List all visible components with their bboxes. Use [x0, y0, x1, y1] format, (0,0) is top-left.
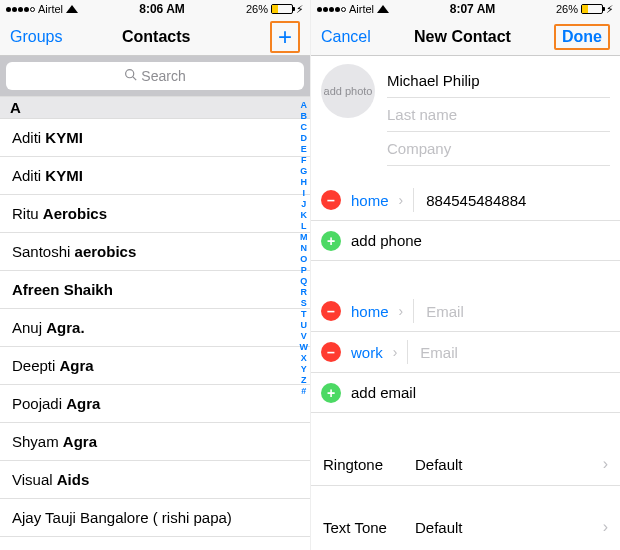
svg-line-1 — [133, 77, 136, 80]
index-letter[interactable]: J — [300, 199, 309, 209]
chevron-right-icon: › — [603, 455, 608, 473]
index-letter[interactable]: G — [300, 166, 309, 176]
phone-section: –home›+add phone — [311, 180, 620, 261]
index-letter[interactable]: A — [300, 100, 309, 110]
texttone-row[interactable]: Text Tone Default › — [311, 506, 620, 548]
index-letter[interactable]: Q — [300, 276, 309, 286]
nav-bar: Cancel New Contact Done — [311, 18, 620, 56]
signal-icon — [6, 7, 35, 12]
add-contact-button[interactable]: + — [250, 21, 300, 53]
contact-row[interactable]: Poojadi Agra — [0, 385, 310, 423]
contact-row[interactable]: Ritu Aerobics — [0, 195, 310, 233]
first-name-field[interactable] — [387, 64, 610, 98]
section-header: A — [0, 96, 310, 119]
remove-icon[interactable]: – — [321, 301, 341, 321]
cancel-button[interactable]: Cancel — [321, 28, 371, 46]
index-letter[interactable]: V — [300, 331, 309, 341]
contacts-list[interactable]: Aditi KYMIAditi KYMIRitu AerobicsSantosh… — [0, 119, 310, 550]
contact-row[interactable]: Santoshi aerobics — [0, 233, 310, 271]
index-letter[interactable]: H — [300, 177, 309, 187]
contacts-screen: Airtel 8:06 AM 26% ⚡︎ Groups Contacts + … — [0, 0, 310, 550]
index-letter[interactable]: # — [300, 386, 309, 396]
index-letter[interactable]: Y — [300, 364, 309, 374]
email-type-button[interactable]: work — [351, 344, 383, 361]
search-input[interactable]: Search — [6, 62, 304, 90]
index-letter[interactable]: P — [300, 265, 309, 275]
contact-row[interactable]: Visual Aids — [0, 461, 310, 499]
add-email-button[interactable]: +add email — [311, 373, 620, 413]
plus-icon: + — [321, 383, 341, 403]
phone-row: –home› — [311, 180, 620, 221]
ringtone-label: Ringtone — [323, 456, 403, 473]
wifi-icon — [377, 5, 389, 13]
last-name-field[interactable] — [387, 98, 610, 132]
index-letter[interactable]: R — [300, 287, 309, 297]
groups-button[interactable]: Groups — [10, 28, 62, 46]
index-letter[interactable]: E — [300, 144, 309, 154]
search-icon — [124, 68, 137, 84]
battery-icon — [581, 4, 603, 14]
chevron-right-icon: › — [603, 518, 608, 536]
phone-type-button[interactable]: home — [351, 192, 389, 209]
index-letter[interactable]: L — [300, 221, 309, 231]
index-letter[interactable]: I — [300, 188, 309, 198]
contact-row[interactable]: Afreen Shaikh — [0, 271, 310, 309]
index-letter[interactable]: U — [300, 320, 309, 330]
email-type-button[interactable]: home — [351, 303, 389, 320]
signal-icon — [317, 7, 346, 12]
contact-row[interactable]: Anuj Agra. — [0, 309, 310, 347]
svg-point-0 — [126, 70, 134, 78]
nav-bar: Groups Contacts + — [0, 18, 310, 56]
index-letter[interactable]: K — [300, 210, 309, 220]
index-letter[interactable]: Z — [300, 375, 309, 385]
add-phone-button[interactable]: +add phone — [311, 221, 620, 261]
battery-percent: 26% — [556, 3, 578, 15]
index-letter[interactable]: X — [300, 353, 309, 363]
index-letter[interactable]: O — [300, 254, 309, 264]
new-contact-screen: Airtel 8:07 AM 26% ⚡︎ Cancel New Contact… — [310, 0, 620, 550]
email-row: –home› — [311, 291, 620, 332]
carrier-label: Airtel — [349, 3, 374, 15]
status-bar: Airtel 8:06 AM 26% ⚡︎ — [0, 0, 310, 18]
email-row: –work› — [311, 332, 620, 373]
contact-row[interactable]: Akarsh Nagpal — [0, 537, 310, 550]
contact-row[interactable]: Shyam Agra — [0, 423, 310, 461]
remove-icon[interactable]: – — [321, 342, 341, 362]
contact-row[interactable]: Aditi KYMI — [0, 157, 310, 195]
phone-value-field[interactable] — [413, 188, 616, 212]
charging-icon: ⚡︎ — [296, 3, 304, 16]
ringtone-row[interactable]: Ringtone Default › — [311, 443, 620, 486]
index-letter[interactable]: S — [300, 298, 309, 308]
done-button[interactable]: Done — [554, 24, 610, 50]
contact-row[interactable]: Deepti Agra — [0, 347, 310, 385]
company-field[interactable] — [387, 132, 610, 166]
alpha-index[interactable]: ABCDEFGHIJKLMNOPQRSTUVWXYZ# — [300, 100, 309, 396]
email-value-field[interactable] — [407, 340, 610, 364]
email-section: –home›–work›+add email — [311, 291, 620, 413]
index-letter[interactable]: B — [300, 111, 309, 121]
remove-icon[interactable]: – — [321, 190, 341, 210]
index-letter[interactable]: W — [300, 342, 309, 352]
chevron-right-icon: › — [399, 303, 404, 319]
carrier-label: Airtel — [38, 3, 63, 15]
index-letter[interactable]: M — [300, 232, 309, 242]
contact-row[interactable]: Aditi KYMI — [0, 119, 310, 157]
contact-row[interactable]: Ajay Tauji Bangalore ( rishi papa) — [0, 499, 310, 537]
ringtone-value: Default — [415, 456, 591, 473]
charging-icon: ⚡︎ — [606, 3, 614, 16]
chevron-right-icon: › — [393, 344, 398, 360]
index-letter[interactable]: C — [300, 122, 309, 132]
email-value-field[interactable] — [413, 299, 616, 323]
status-bar: Airtel 8:07 AM 26% ⚡︎ — [311, 0, 620, 18]
search-placeholder: Search — [141, 68, 185, 84]
index-letter[interactable]: T — [300, 309, 309, 319]
battery-icon — [271, 4, 293, 14]
search-wrap: Search — [0, 56, 310, 96]
battery-percent: 26% — [246, 3, 268, 15]
add-photo-button[interactable]: add photo — [321, 64, 375, 118]
status-time: 8:07 AM — [450, 2, 496, 16]
index-letter[interactable]: N — [300, 243, 309, 253]
index-letter[interactable]: F — [300, 155, 309, 165]
index-letter[interactable]: D — [300, 133, 309, 143]
texttone-label: Text Tone — [323, 519, 403, 536]
